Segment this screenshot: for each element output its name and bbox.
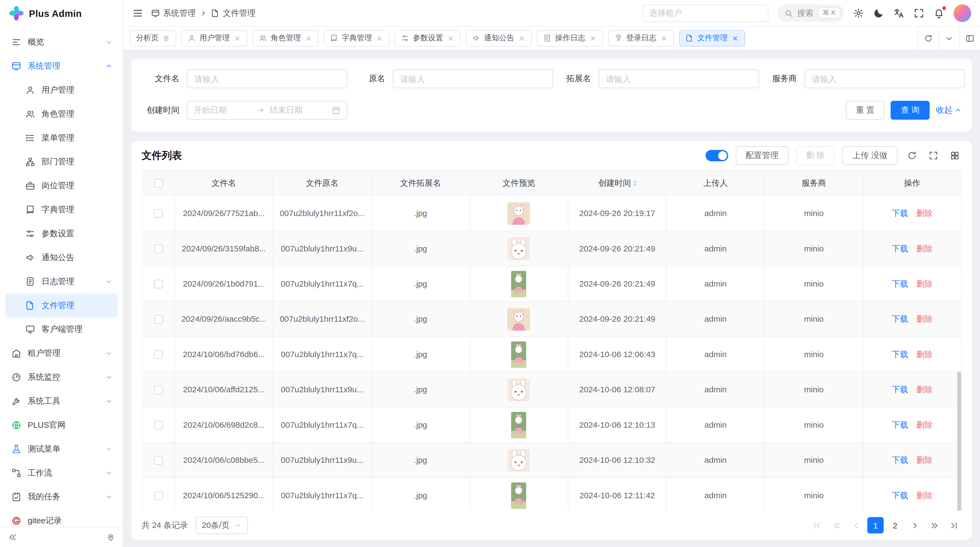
app-logo[interactable]: Plus Admin bbox=[0, 0, 123, 26]
tab-item[interactable]: 用户管理 bbox=[181, 30, 247, 46]
tab-item[interactable]: 分析页 bbox=[130, 30, 176, 46]
file-preview-thumbnail[interactable] bbox=[508, 202, 530, 225]
user-avatar[interactable] bbox=[954, 4, 971, 22]
page-number-button[interactable]: 2 bbox=[887, 517, 903, 533]
sidebar-item[interactable]: 系统监控 bbox=[5, 365, 118, 389]
delete-link[interactable]: 删除 bbox=[916, 349, 932, 359]
delete-link[interactable]: 删除 bbox=[916, 420, 932, 429]
sidebar-item[interactable]: 参数设置 bbox=[5, 222, 118, 246]
tab-item[interactable]: 文件管理 bbox=[679, 30, 745, 46]
download-link[interactable]: 下载 bbox=[892, 279, 908, 288]
sidebar-item[interactable]: 日志管理 bbox=[5, 270, 118, 293]
file-preview-thumbnail[interactable] bbox=[511, 271, 526, 297]
upload-button[interactable]: 上传 没做 bbox=[842, 146, 897, 165]
row-checkbox[interactable] bbox=[154, 245, 162, 254]
table-refresh-button[interactable] bbox=[905, 149, 919, 163]
tab-close-icon[interactable] bbox=[589, 34, 597, 42]
query-button[interactable]: 查 询 bbox=[891, 101, 929, 120]
tab-item[interactable]: 参数设置 bbox=[395, 30, 461, 46]
delete-link[interactable]: 删除 bbox=[916, 384, 932, 394]
download-link[interactable]: 下载 bbox=[892, 455, 908, 464]
tab-item[interactable]: 角色管理 bbox=[252, 30, 318, 46]
table-columns-button[interactable] bbox=[948, 149, 962, 163]
page-last-button[interactable] bbox=[945, 517, 962, 533]
download-link[interactable]: 下载 bbox=[892, 314, 908, 324]
row-checkbox[interactable] bbox=[154, 209, 162, 218]
file-preview-thumbnail[interactable] bbox=[511, 411, 526, 438]
file-preview-thumbnail[interactable] bbox=[511, 341, 526, 367]
config-manage-button[interactable]: 配置管理 bbox=[735, 146, 788, 165]
sidebar-pin-button[interactable] bbox=[107, 533, 115, 541]
page-next5-button[interactable] bbox=[926, 517, 942, 533]
search-visibility-toggle[interactable] bbox=[705, 150, 728, 161]
sidebar-item[interactable]: 工作流 bbox=[5, 461, 118, 485]
file-preview-thumbnail[interactable] bbox=[508, 449, 530, 471]
sidebar-item[interactable]: 用户管理 bbox=[5, 78, 118, 102]
collapse-filters-link[interactable]: 收起 bbox=[936, 105, 962, 116]
breadcrumb-item[interactable]: 文件管理 bbox=[211, 7, 256, 19]
date-range-picker[interactable]: 开始日期 结束日期 bbox=[187, 101, 348, 120]
row-checkbox[interactable] bbox=[154, 421, 162, 430]
select-all-checkbox[interactable] bbox=[154, 179, 162, 188]
tabs-refresh-button[interactable] bbox=[918, 26, 939, 50]
sort-icon[interactable]: ▴▾ bbox=[633, 180, 636, 187]
delete-link[interactable]: 删除 bbox=[916, 279, 932, 288]
sidebar-collapse-button[interactable] bbox=[8, 532, 18, 542]
filter-field-input[interactable] bbox=[599, 69, 759, 88]
download-link[interactable]: 下载 bbox=[892, 420, 908, 429]
tab-close-icon[interactable] bbox=[732, 34, 739, 42]
filter-field-input[interactable] bbox=[804, 69, 965, 88]
reset-button[interactable]: 重 置 bbox=[846, 101, 885, 120]
sidebar-item[interactable]: 通知公告 bbox=[5, 246, 118, 270]
filter-field-input[interactable] bbox=[187, 69, 348, 88]
breadcrumb-item[interactable]: 系统管理 bbox=[151, 7, 196, 19]
tab-close-icon[interactable] bbox=[375, 34, 383, 42]
page-prev5-button[interactable] bbox=[828, 517, 845, 533]
download-link[interactable]: 下载 bbox=[892, 490, 908, 500]
delete-link[interactable]: 删除 bbox=[916, 314, 932, 324]
delete-link[interactable]: 删除 bbox=[916, 490, 932, 500]
file-preview-thumbnail[interactable] bbox=[511, 482, 526, 509]
delete-link[interactable]: 删除 bbox=[916, 244, 932, 253]
tab-close-icon[interactable] bbox=[447, 34, 455, 42]
tabs-dropdown-button[interactable] bbox=[939, 26, 959, 50]
row-checkbox[interactable] bbox=[154, 386, 162, 394]
delete-link[interactable]: 删除 bbox=[916, 208, 932, 218]
tab-item[interactable]: 操作日志 bbox=[537, 30, 603, 46]
translate-button[interactable] bbox=[893, 7, 905, 19]
sidebar-item[interactable]: 部门管理 bbox=[5, 150, 118, 174]
table-fullscreen-button[interactable] bbox=[926, 149, 940, 163]
tab-close-icon[interactable] bbox=[234, 34, 241, 42]
download-link[interactable]: 下载 bbox=[892, 244, 908, 253]
download-link[interactable]: 下载 bbox=[892, 208, 908, 218]
delete-link[interactable]: 删除 bbox=[916, 455, 932, 464]
row-checkbox[interactable] bbox=[154, 491, 162, 500]
sidebar-item[interactable]: 概览 bbox=[5, 30, 118, 54]
sidebar-item[interactable]: 角色管理 bbox=[5, 102, 118, 126]
sidebar-item[interactable]: 岗位管理 bbox=[5, 174, 118, 198]
hamburger-menu-button[interactable] bbox=[132, 7, 144, 19]
sidebar-item[interactable]: 租户管理 bbox=[5, 341, 118, 365]
page-next-button[interactable] bbox=[906, 517, 923, 533]
download-link[interactable]: 下载 bbox=[892, 349, 908, 359]
sidebar-item[interactable]: 菜单管理 bbox=[5, 126, 118, 150]
row-checkbox[interactable] bbox=[154, 280, 162, 289]
file-preview-thumbnail[interactable] bbox=[508, 308, 530, 330]
download-link[interactable]: 下载 bbox=[892, 384, 908, 394]
sidebar-item[interactable]: PLUS官网 bbox=[5, 413, 118, 437]
sidebar-item[interactable]: 文件管理 bbox=[5, 293, 118, 317]
table-scrollbar-thumb[interactable] bbox=[958, 372, 961, 511]
page-prev-button[interactable] bbox=[848, 517, 864, 533]
file-preview-thumbnail[interactable] bbox=[508, 237, 530, 260]
fullscreen-button[interactable] bbox=[913, 7, 925, 19]
page-number-button[interactable]: 1 bbox=[867, 517, 884, 533]
sidebar-item[interactable]: 系统工具 bbox=[5, 389, 118, 413]
sidebar-item[interactable]: 我的任务 bbox=[5, 485, 118, 509]
sidebar-item[interactable]: gitee记录 bbox=[5, 509, 118, 526]
row-checkbox[interactable] bbox=[154, 456, 162, 465]
batch-delete-button[interactable]: 删 除 bbox=[796, 146, 835, 165]
tab-item[interactable]: 通知公告 bbox=[466, 30, 532, 46]
tenant-select[interactable]: 选择租户 bbox=[643, 4, 768, 22]
tab-item[interactable]: 登录日志 bbox=[608, 30, 674, 46]
panel-toggle-button[interactable] bbox=[959, 26, 980, 50]
